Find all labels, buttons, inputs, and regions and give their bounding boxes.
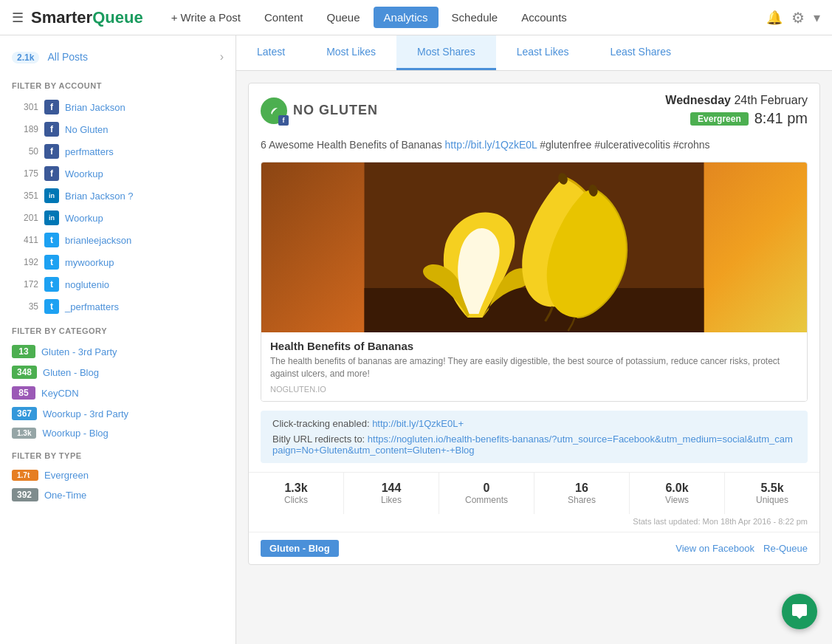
account-filter-perfmatters-tw[interactable]: 35 t _perfmatters	[0, 295, 235, 318]
twitter-icon: t	[44, 277, 59, 292]
twitter-icon: t	[44, 299, 59, 314]
type-filter-evergreen[interactable]: 1.7t Evergreen	[0, 466, 235, 484]
account-name: brianleejackson	[65, 235, 131, 246]
dropdown-arrow-icon[interactable]: ▾	[814, 10, 820, 26]
all-posts-row: 2.1k All Posts	[12, 51, 88, 63]
post-preview-description: The health benefits of bananas are amazi…	[270, 355, 798, 380]
post-preview-card: Health Benefits of Bananas The health be…	[261, 162, 808, 402]
stat-views-label: Views	[636, 495, 718, 505]
stat-uniques-label: Uniques	[731, 495, 814, 505]
all-posts-count: 2.1k	[12, 52, 39, 64]
nav-content[interactable]: Content	[254, 7, 314, 28]
nav-queue[interactable]: Queue	[317, 7, 371, 28]
sidebar: 2.1k All Posts › FILTER BY ACCOUNT 301 f…	[0, 35, 236, 644]
post-stats-row: 1.3k Clicks 144 Likes 0 Comments 16 Shar…	[249, 472, 819, 514]
category-filter-keycdn[interactable]: 85 KeyCDN	[0, 383, 235, 403]
post-preview-title: Health Benefits of Bananas	[270, 340, 798, 352]
post-date-block: Wednesday 24th February Evergreen 8:41 p…	[665, 94, 808, 127]
category-name: Gluten - 3rd Party	[41, 346, 117, 357]
view-on-facebook-link[interactable]: View on Facebook	[675, 543, 754, 554]
account-filter-woorkup-fb[interactable]: 175 f Woorkup	[0, 162, 235, 185]
requeue-link[interactable]: Re-Queue	[763, 543, 808, 554]
tab-latest[interactable]: Latest	[236, 35, 306, 70]
stat-comments-label: Comments	[445, 495, 528, 505]
post-account-name: NO GLUTEN	[293, 103, 378, 118]
category-badge: 367	[12, 407, 37, 420]
all-posts-label: All Posts	[47, 51, 87, 63]
type-badge: 392	[12, 488, 38, 501]
nav-write-post[interactable]: + Write a Post	[161, 7, 251, 28]
tab-most-shares[interactable]: Most Shares	[396, 35, 496, 70]
category-filter-woorkup-3rd[interactable]: 367 Woorkup - 3rd Party	[0, 403, 235, 424]
post-text: 6 Awesome Health Benefits of Bananas htt…	[249, 134, 819, 162]
stat-shares: 16 Shares	[534, 473, 630, 514]
topnav-right: 🔔 ⚙ ▾	[766, 9, 820, 27]
stat-comments-value: 0	[445, 482, 528, 495]
account-count: 301	[12, 102, 38, 112]
category-filter-woorkup-blog[interactable]: 1.3k Woorkup - Blog	[0, 424, 235, 442]
post-date-rest: 24th February	[731, 94, 808, 106]
filter-by-category-title: FILTER BY CATEGORY	[0, 318, 235, 341]
banana-image	[261, 162, 807, 332]
category-name: KeyCDN	[41, 388, 79, 399]
account-count: 411	[12, 235, 38, 245]
type-name: Evergreen	[44, 470, 89, 481]
tracking-link[interactable]: http://bit.ly/1QzkE0L+	[372, 418, 464, 429]
post-date-weekday: Wednesday	[665, 94, 731, 106]
nav-schedule[interactable]: Schedule	[441, 7, 509, 28]
category-filter-gluten-3rd[interactable]: 13 Gluten - 3rd Party	[0, 341, 235, 362]
facebook-icon: f	[44, 100, 59, 114]
stat-likes: 144 Likes	[344, 473, 439, 514]
post-preview-image	[261, 162, 807, 332]
account-name: No Gluten	[65, 124, 109, 135]
account-filter-perfmatters-fb[interactable]: 50 f perfmatters	[0, 140, 235, 162]
category-filter-gluten-blog[interactable]: 348 Gluten - Blog	[0, 362, 235, 383]
account-filter-no-gluten-fb[interactable]: 189 f No Gluten	[0, 118, 235, 140]
nav-accounts[interactable]: Accounts	[511, 7, 577, 28]
account-filter-brian-jackson-li[interactable]: 351 in Brian Jackson ?	[0, 185, 235, 207]
category-name: Gluten - Blog	[43, 367, 99, 378]
gear-icon[interactable]: ⚙	[791, 9, 805, 27]
account-name: perfmatters	[65, 146, 114, 157]
facebook-badge-icon: f	[278, 115, 289, 126]
account-count: 201	[12, 213, 38, 223]
stat-uniques-value: 5.5k	[731, 482, 814, 495]
post-actions: Gluten - Blog View on Facebook Re-Queue	[249, 532, 819, 564]
post-card: f NO GLUTEN Wednesday 24th February Ever…	[248, 83, 820, 565]
chat-bubble[interactable]	[782, 594, 817, 629]
account-name: noglutenio	[65, 279, 109, 290]
post-time-row: Evergreen 8:41 pm	[665, 110, 808, 127]
account-filter-brianleejackson-tw[interactable]: 411 t brianleejackson	[0, 229, 235, 251]
stat-comments: 0 Comments	[439, 473, 534, 514]
tab-least-shares[interactable]: Least Shares	[589, 35, 692, 70]
type-badge: 1.7t	[12, 470, 38, 481]
app-logo: SmarterQueue	[31, 8, 143, 27]
bell-icon[interactable]: 🔔	[766, 10, 783, 26]
linkedin-icon: in	[44, 188, 59, 203]
all-posts-filter[interactable]: 2.1k All Posts ›	[0, 44, 235, 72]
twitter-icon: t	[44, 255, 59, 270]
category-name: Woorkup - 3rd Party	[43, 408, 128, 419]
tab-least-likes[interactable]: Least Likes	[496, 35, 590, 70]
facebook-icon: f	[44, 166, 59, 181]
post-category-tag[interactable]: Gluten - Blog	[261, 540, 339, 557]
category-badge: 13	[12, 345, 35, 358]
tab-most-likes[interactable]: Most Likes	[306, 35, 396, 70]
stat-clicks-value: 1.3k	[255, 482, 337, 495]
post-action-links: View on Facebook Re-Queue	[675, 543, 808, 554]
type-filter-one-time[interactable]: 392 One-Time	[0, 484, 235, 505]
hamburger-icon[interactable]: ☰	[12, 10, 24, 26]
account-filter-noglutenio-tw[interactable]: 172 t noglutenio	[0, 273, 235, 295]
post-link[interactable]: http://bit.ly/1QzkE0L	[445, 139, 537, 151]
nav-analytics[interactable]: Analytics	[374, 7, 439, 28]
account-filter-woorkup-li[interactable]: 201 in Woorkup	[0, 207, 235, 229]
account-count: 50	[12, 146, 38, 157]
account-filter-brian-jackson-fb[interactable]: 301 f Brian Jackson	[0, 96, 235, 118]
account-count: 175	[12, 168, 38, 179]
account-filter-mywoorkup-tw[interactable]: 192 t mywoorkup	[0, 251, 235, 273]
evergreen-badge: Evergreen	[690, 112, 749, 126]
filter-by-account-title: FILTER BY ACCOUNT	[0, 72, 235, 96]
stat-clicks-label: Clicks	[255, 495, 337, 505]
account-count: 172	[12, 279, 38, 290]
category-badge: 1.3k	[12, 428, 36, 439]
